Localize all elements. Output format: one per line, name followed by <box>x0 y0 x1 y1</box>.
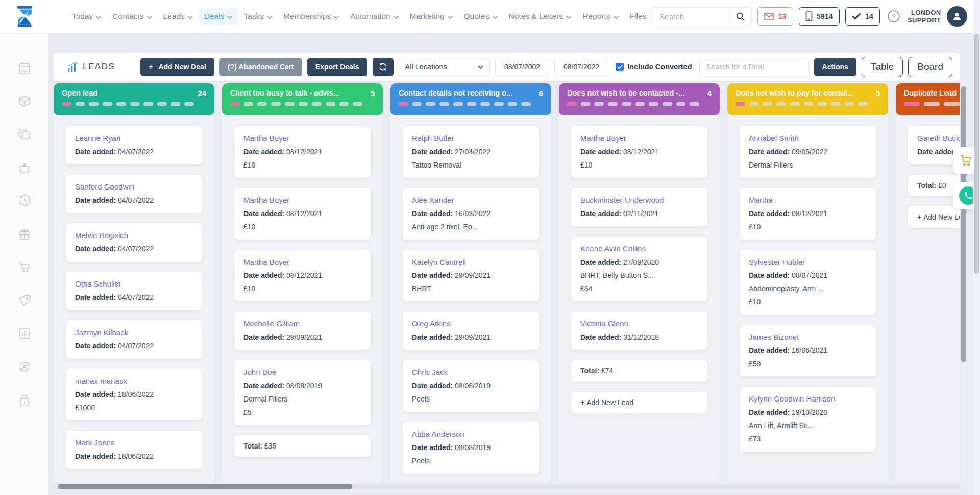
tasks-badge[interactable]: 14 <box>845 7 880 26</box>
deal-search-input[interactable] <box>699 58 809 77</box>
column-header[interactable]: Open lead24 <box>54 83 214 115</box>
column-header[interactable]: Does not wish to pay for consul...5 <box>727 83 888 115</box>
deal-card[interactable]: Keane Avila CollinsDate added: 27/09/202… <box>571 237 707 301</box>
deal-card[interactable]: mariax mariasxDate added: 18/06/2022£100… <box>66 369 202 420</box>
nav-item-quotes[interactable]: Quotes <box>458 8 503 25</box>
deal-card[interactable]: Kylynn Goodwin HarrisonDate added: 19/10… <box>740 387 876 452</box>
include-converted-checkbox[interactable] <box>616 63 624 71</box>
deal-name-link[interactable]: Katelyn Cantrell <box>412 257 530 266</box>
deal-name-link[interactable]: Sanford Goodwin <box>75 182 193 191</box>
help-icon[interactable]: ? <box>886 8 902 25</box>
deal-name-link[interactable]: Keane Avila Collins <box>580 244 698 253</box>
deal-name-link[interactable]: Sylvester Hubler <box>749 257 867 266</box>
deal-name-link[interactable]: mariax mariasx <box>75 376 193 385</box>
deal-name-link[interactable]: Jazmyn Kilback <box>75 328 193 337</box>
table-view-button[interactable]: Table <box>862 57 903 77</box>
deal-card[interactable]: Jazmyn KilbackDate added: 04/07/2022 <box>66 320 202 359</box>
deal-card[interactable]: Mechelle GilliamDate added: 29/09/2021 <box>234 312 371 350</box>
basket-icon[interactable] <box>18 161 31 174</box>
deal-name-link[interactable]: Martha Boyer <box>243 257 361 266</box>
deal-name-link[interactable]: Martha <box>749 196 867 204</box>
scrollbar-thumb[interactable] <box>961 86 966 362</box>
deal-card[interactable]: Katelyn CantrellDate added: 29/09/2021BH… <box>403 250 539 301</box>
refresh-button[interactable] <box>373 58 394 76</box>
deal-card[interactable]: Martha BoyerDate added: 08/12/2021£10 <box>234 188 371 240</box>
scrollbar-thumb[interactable] <box>974 34 979 274</box>
deal-name-link[interactable]: Buckminster Underwood <box>580 196 698 204</box>
deal-name-link[interactable]: Abba Anderson <box>412 430 530 438</box>
export-deals-button[interactable]: Export Deals <box>307 58 368 76</box>
calls-badge[interactable]: 5914 <box>799 7 840 26</box>
deal-name-link[interactable]: James Bizonet <box>749 333 867 341</box>
deal-card[interactable]: Victoria GlennDate added: 31/12/2018 <box>571 312 707 350</box>
date-to-field[interactable] <box>554 58 608 76</box>
date-from-field[interactable] <box>495 58 549 76</box>
deal-card[interactable]: Martha BoyerDate added: 08/12/2021£10 <box>234 126 371 178</box>
nav-item-today[interactable]: Today <box>66 8 107 25</box>
nav-item-tasks[interactable]: Tasks <box>238 8 278 25</box>
deal-name-link[interactable]: Victoria Glenn <box>580 319 698 328</box>
nav-item-notes-letters[interactable]: Notes & Letters <box>503 8 577 25</box>
actions-button[interactable]: Actions <box>814 58 856 76</box>
abandoned-cart-button[interactable]: (?) Abandoned Cart <box>219 58 302 76</box>
deal-card[interactable]: Chris JackDate added: 08/08/2019Peels <box>403 360 539 412</box>
deal-name-link[interactable]: Chris Jack <box>412 368 530 376</box>
deal-card[interactable]: Annabel SmithDate added: 09/05/2022Derma… <box>740 126 876 178</box>
deal-card[interactable]: Leanne RyanDate added: 04/07/2022 <box>66 126 202 164</box>
deal-card[interactable]: Buckminster UnderwoodDate added: 02/11/2… <box>571 188 707 226</box>
deal-name-link[interactable]: Mark Jones <box>75 438 193 447</box>
deal-name-link[interactable]: Annabel Smith <box>749 134 867 143</box>
deal-name-link[interactable]: Melvin Bogisich <box>75 231 193 240</box>
scrollbar-thumb[interactable] <box>58 484 352 489</box>
nav-item-contacts[interactable]: Contacts <box>107 8 157 25</box>
messages-badge[interactable]: 13 <box>757 7 793 26</box>
deal-name-link[interactable]: Mechelle Gilliam <box>243 319 361 328</box>
history-icon[interactable] <box>18 194 31 207</box>
deal-card[interactable]: Martha BoyerDate added: 08/12/2021£10 <box>571 126 707 178</box>
add-new-lead-button[interactable]: +Add New Lead <box>908 206 960 228</box>
nav-item-memberships[interactable]: Memberships <box>278 8 345 25</box>
deal-card[interactable]: Melvin BogisichDate added: 04/07/2022 <box>66 223 202 262</box>
search-input[interactable] <box>652 12 729 21</box>
nav-item-deals[interactable]: Deals <box>199 8 238 25</box>
package-icon[interactable] <box>18 95 31 108</box>
deal-name-link[interactable]: Martha Boyer <box>243 134 361 143</box>
calendar-icon[interactable]: 12 <box>18 61 31 75</box>
deal-name-link[interactable]: Otha Schulist <box>75 279 193 288</box>
column-header[interactable]: Client too busy to talk - advis...5 <box>222 83 383 115</box>
board-horizontal-scrollbar[interactable] <box>54 484 960 489</box>
lock-icon[interactable] <box>18 393 31 407</box>
deal-name-link[interactable]: Gareth Buckr <box>917 134 960 143</box>
deal-card[interactable]: Ralph ButlerDate added: 27/04/2022Tattoo… <box>403 126 539 178</box>
avatar[interactable] <box>947 6 967 27</box>
deal-name-link[interactable]: Ralph Butler <box>412 134 530 143</box>
nav-item-automation[interactable]: Automation <box>345 8 404 25</box>
deal-card[interactable]: Martha BoyerDate added: 08/12/2021£10 <box>234 250 371 301</box>
deal-name-link[interactable]: John Doe <box>243 368 361 376</box>
tag-icon[interactable] <box>18 294 31 307</box>
deal-card[interactable]: MarthaDate added: 08/12/2021£10 <box>740 188 876 240</box>
board-vertical-scrollbar[interactable] <box>961 83 966 483</box>
deal-name-link[interactable]: Oleg Atkins <box>412 319 530 328</box>
deal-card[interactable]: Sylvester HublerDate added: 08/07/2021Ab… <box>740 250 876 315</box>
nav-item-leads[interactable]: Leads <box>158 8 199 25</box>
deal-card[interactable]: Gareth BuckrDate added: <box>908 126 960 164</box>
cart-icon[interactable] <box>18 261 31 274</box>
nav-item-reports[interactable]: Reports <box>577 8 624 25</box>
deal-name-link[interactable]: Kylynn Goodwin Harrison <box>749 394 867 403</box>
deal-name-link[interactable]: Martha Boyer <box>580 134 698 143</box>
gift-icon[interactable] <box>18 227 31 241</box>
deal-card[interactable]: Sanford GoodwinDate added: 04/07/2022 <box>66 175 202 213</box>
location-filter-select[interactable]: All Locations <box>399 58 490 76</box>
add-new-deal-button[interactable]: + Add New Deal <box>140 58 214 76</box>
report-icon[interactable] <box>18 327 31 340</box>
refund-icon[interactable] <box>18 360 31 373</box>
column-header[interactable]: Contact details not receiving o...6 <box>390 83 551 115</box>
deal-card[interactable]: Oleg AtkinsDate added: 29/09/2021 <box>403 312 539 350</box>
duplicate-icon[interactable] <box>18 128 31 141</box>
deal-name-link[interactable]: Leanne Ryan <box>75 134 193 143</box>
deal-name-link[interactable]: Martha Boyer <box>243 196 361 204</box>
column-header[interactable]: Does not wish to be contacted -...4 <box>559 83 720 115</box>
deal-card[interactable]: Mark JonesDate added: 18/06/2022 <box>66 431 202 469</box>
nav-item-files[interactable]: Files <box>624 8 652 25</box>
